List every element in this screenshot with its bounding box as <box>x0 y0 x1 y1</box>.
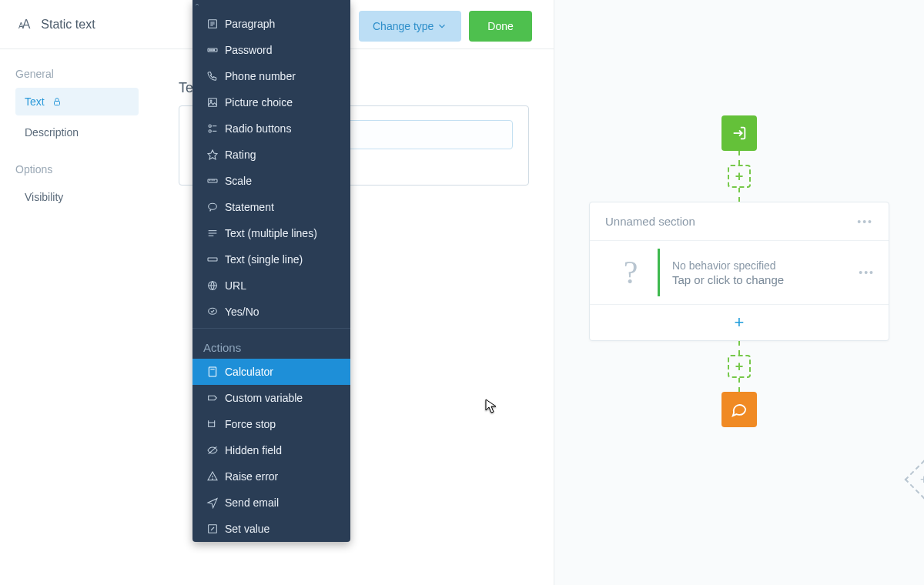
option-label: Send email <box>225 496 279 509</box>
option-label: Set value <box>225 523 270 535</box>
nav-item-visibility[interactable]: Visibility <box>15 183 139 211</box>
warning-icon <box>203 470 222 483</box>
type-option-phone[interactable]: Phone number <box>192 63 350 89</box>
nav-section-general: General <box>15 68 139 80</box>
text-size-icon: AA <box>18 18 28 32</box>
edit-icon <box>203 523 222 535</box>
svg-rect-0 <box>54 102 59 105</box>
side-nav: General Text Description Options Visibil… <box>0 49 154 232</box>
behavior-subtitle: Tap or click to change <box>672 273 784 286</box>
svg-point-10 <box>210 100 212 102</box>
globe-icon <box>203 279 222 292</box>
option-label: Paragraph <box>225 18 275 30</box>
row-menu-button[interactable]: ••• <box>859 266 875 279</box>
done-button[interactable]: Done <box>469 11 531 42</box>
option-label: Scale <box>225 175 252 187</box>
svg-point-40 <box>213 479 213 480</box>
type-option-text-single[interactable]: Text (single line) <box>192 246 350 272</box>
type-option-radio[interactable]: Radio buttons <box>192 115 350 142</box>
option-label: Picture choice <box>225 96 293 109</box>
page-title: Static text <box>41 18 95 32</box>
card-menu-button[interactable]: ••• <box>857 216 873 228</box>
type-option-paragraph[interactable]: Paragraph <box>192 11 350 37</box>
card-body[interactable]: ? No behavior specified Tap or click to … <box>590 241 889 304</box>
flow-branch-add[interactable]: + <box>905 460 924 500</box>
type-dropdown: Paragraph Password Phone number Picture … <box>192 0 350 542</box>
question-icon: ? <box>604 254 658 291</box>
option-label: Raise error <box>225 470 278 483</box>
card-title: Unnamed section <box>605 215 695 228</box>
star-icon <box>203 149 222 161</box>
paragraph-icon <box>203 18 222 30</box>
type-option-statement[interactable]: Statement <box>192 194 350 220</box>
option-label: Text (single line) <box>225 253 303 266</box>
nav-item-description[interactable]: Description <box>15 119 139 146</box>
send-icon <box>203 496 222 509</box>
type-option-password[interactable]: Password <box>192 37 350 63</box>
flow-entry-node[interactable] <box>721 115 757 151</box>
action-option-calculator[interactable]: Calculator <box>192 359 350 385</box>
type-option-yesno[interactable]: Yes/No <box>192 299 350 325</box>
option-label: Phone number <box>225 70 296 82</box>
svg-point-20 <box>209 203 217 209</box>
nav-item-label: Visibility <box>25 191 63 203</box>
card-header[interactable]: Unnamed section ••• <box>590 202 889 241</box>
stop-icon <box>203 418 222 430</box>
flow-add-slot[interactable]: + <box>728 355 751 378</box>
button-label: Change type <box>373 20 434 32</box>
action-option-raise-error[interactable]: Raise error <box>192 463 350 490</box>
option-label: Statement <box>225 201 274 213</box>
calculator-icon <box>203 366 222 378</box>
nav-item-text[interactable]: Text <box>15 88 139 115</box>
type-option-url[interactable]: URL <box>192 272 350 299</box>
option-label: Password <box>225 44 272 56</box>
svg-point-6 <box>209 49 210 50</box>
nav-item-label: Text <box>25 95 45 108</box>
type-option-rating[interactable]: Rating <box>192 142 350 168</box>
quote-icon <box>203 201 222 213</box>
flow-panel: + Unnamed section ••• ? No behavior spec… <box>554 0 924 585</box>
header-actions: Change type Done <box>359 11 532 42</box>
option-label: Calculator <box>225 366 273 378</box>
flow-end-node[interactable] <box>721 392 757 427</box>
svg-rect-24 <box>208 258 217 261</box>
card-add-button[interactable]: + <box>590 304 889 340</box>
dropdown-divider <box>192 328 350 329</box>
chevron-down-icon <box>437 21 447 32</box>
type-option-text-multi[interactable]: Text (multiple lines) <box>192 220 350 246</box>
action-option-force-stop[interactable]: Force stop <box>192 411 350 437</box>
dropdown-actions-header: Actions <box>192 332 350 359</box>
change-type-button[interactable]: Change type <box>359 11 461 42</box>
option-label: Rating <box>225 149 256 161</box>
lock-icon <box>52 97 62 106</box>
image-icon <box>203 96 222 109</box>
option-label: Custom variable <box>225 392 303 404</box>
ruler-icon <box>203 175 222 187</box>
svg-rect-16 <box>208 179 217 182</box>
flow-connector <box>738 188 740 202</box>
svg-rect-35 <box>209 423 215 426</box>
text-single-icon <box>203 253 222 266</box>
action-option-send-email[interactable]: Send email <box>192 490 350 516</box>
action-option-set-value[interactable]: Set value <box>192 516 350 542</box>
eye-off-icon <box>203 444 222 456</box>
behavior-title: No behavior specified <box>672 259 784 272</box>
scroll-up-indicator[interactable] <box>192 0 350 11</box>
radio-icon <box>203 122 222 135</box>
type-option-picture-choice[interactable]: Picture choice <box>192 89 350 115</box>
option-label: Force stop <box>225 418 276 430</box>
flow-add-slot[interactable]: + <box>728 165 751 188</box>
accent-bar <box>658 249 660 296</box>
svg-point-8 <box>213 49 214 50</box>
svg-rect-9 <box>209 99 217 107</box>
svg-marker-15 <box>208 150 217 159</box>
action-option-custom-variable[interactable]: Custom variable <box>192 385 350 411</box>
svg-rect-27 <box>209 367 216 376</box>
password-icon <box>203 44 222 56</box>
action-option-hidden-field[interactable]: Hidden field <box>192 437 350 463</box>
flow-connector <box>738 378 740 392</box>
nav-section-options: Options <box>15 163 139 176</box>
type-option-scale[interactable]: Scale <box>192 168 350 194</box>
flow-connector <box>738 341 740 355</box>
option-label: Hidden field <box>225 444 282 456</box>
